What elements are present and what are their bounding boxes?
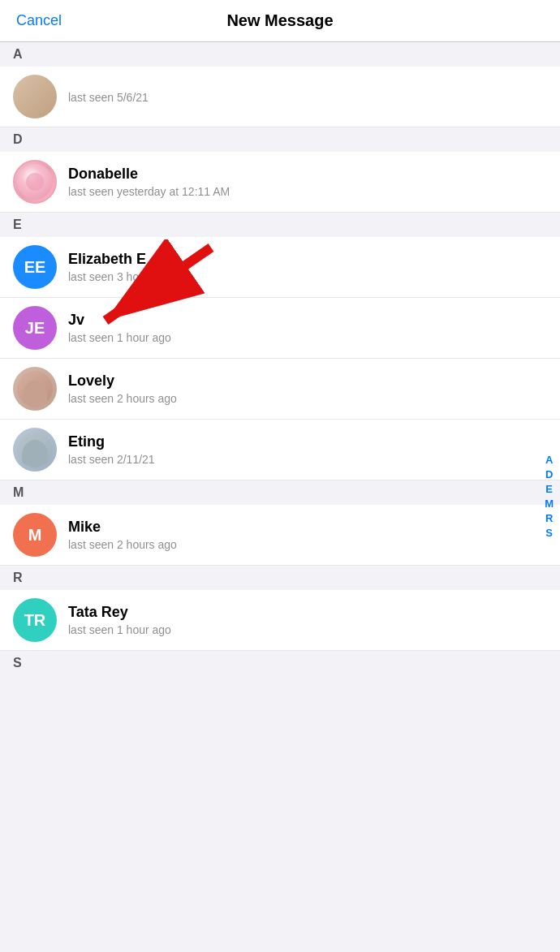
contact-last-seen: last seen 2 hours ago <box>68 392 177 405</box>
avatar <box>13 428 57 472</box>
contact-info: Donabelle last seen yesterday at 12:11 A… <box>68 166 230 198</box>
header: Cancel New Message <box>0 0 560 42</box>
contact-row-eting[interactable]: Eting last seen 2/11/21 <box>0 420 560 480</box>
avatar: TR <box>13 598 57 642</box>
contact-row-tatarey[interactable]: TR Tata Rey last seen 1 hour ago <box>0 590 560 651</box>
contact-row-elizabeth[interactable]: EE Elizabeth E last seen 3 hours ago <box>0 237 560 298</box>
avatar <box>13 367 57 411</box>
contact-last-seen: last seen 1 hour ago <box>68 623 171 636</box>
index-bar: A D E M R S <box>545 454 554 538</box>
index-bar-item-d[interactable]: D <box>545 469 553 480</box>
index-bar-item-e[interactable]: E <box>545 484 553 494</box>
avatar: EE <box>13 245 57 289</box>
section-header-a: A <box>0 42 560 67</box>
contact-last-seen: last seen 2/11/21 <box>68 453 155 466</box>
contact-name: Mike <box>68 519 177 536</box>
cancel-button[interactable]: Cancel <box>16 12 62 29</box>
index-bar-item-r[interactable]: R <box>545 513 553 523</box>
contact-last-seen: last seen 5/6/21 <box>68 91 149 104</box>
section-header-d: D <box>0 127 560 152</box>
avatar: JE <box>13 306 57 350</box>
contact-name: Lovely <box>68 373 177 390</box>
contact-row-a-partial[interactable]: last seen 5/6/21 <box>0 67 560 127</box>
contact-info: last seen 5/6/21 <box>68 89 149 104</box>
contact-row-mike[interactable]: M Mike last seen 2 hours ago <box>0 505 560 566</box>
contact-name: Tata Rey <box>68 604 171 622</box>
page-title: New Message <box>226 11 333 30</box>
index-bar-item-m[interactable]: M <box>545 498 554 509</box>
contact-row-jv[interactable]: JE Jv last seen 1 hour ago <box>0 298 560 359</box>
contact-last-seen: last seen 3 hours ago <box>68 270 177 283</box>
contact-info: Mike last seen 2 hours ago <box>68 519 177 551</box>
contact-row-donabelle[interactable]: Donabelle last seen yesterday at 12:11 A… <box>0 152 560 213</box>
contact-last-seen: last seen 2 hours ago <box>68 538 177 551</box>
section-header-e: E <box>0 213 560 237</box>
index-bar-item-a[interactable]: A <box>545 454 553 465</box>
contact-last-seen: last seen yesterday at 12:11 AM <box>68 185 230 198</box>
contact-info: Eting last seen 2/11/21 <box>68 433 155 466</box>
contact-last-seen: last seen 1 hour ago <box>68 331 171 344</box>
avatar <box>13 75 57 118</box>
section-header-r: R <box>0 566 560 590</box>
contact-info: Tata Rey last seen 1 hour ago <box>68 604 171 636</box>
contact-row-lovely[interactable]: Lovely last seen 2 hours ago <box>0 359 560 420</box>
contact-name: Eting <box>68 433 155 451</box>
index-bar-item-s[interactable]: S <box>545 528 553 538</box>
section-header-m: M <box>0 480 560 505</box>
contact-name: Elizabeth E <box>68 251 177 269</box>
contact-info: Elizabeth E last seen 3 hours ago <box>68 251 177 283</box>
contact-info: Lovely last seen 2 hours ago <box>68 373 177 405</box>
contact-info: Jv last seen 1 hour ago <box>68 312 171 344</box>
avatar: M <box>13 513 57 557</box>
contact-name: Jv <box>68 312 171 330</box>
section-header-s: S <box>0 651 560 675</box>
avatar <box>13 160 57 204</box>
contact-name: Donabelle <box>68 166 230 183</box>
